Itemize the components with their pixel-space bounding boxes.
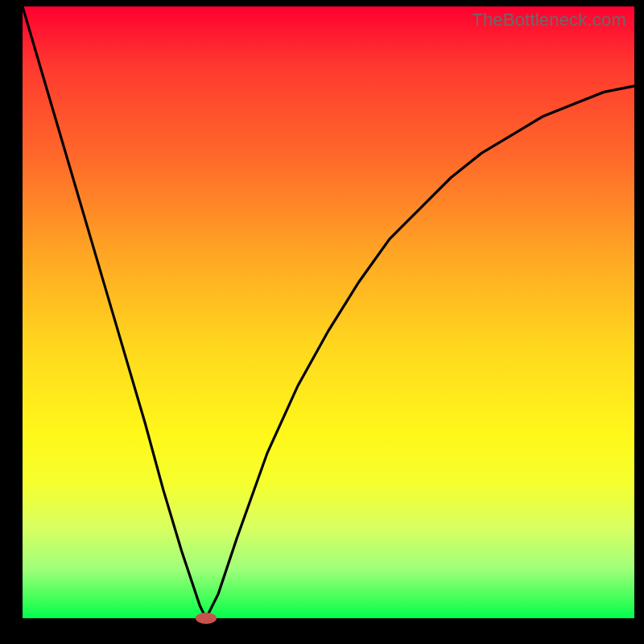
left-branch: [23, 6, 206, 618]
plot-area: TheBottleneck.com: [23, 6, 634, 618]
right-branch: [206, 86, 634, 618]
optimal-point-marker: [196, 613, 217, 624]
chart-frame: TheBottleneck.com: [0, 0, 644, 644]
curve-layer: [23, 6, 634, 618]
